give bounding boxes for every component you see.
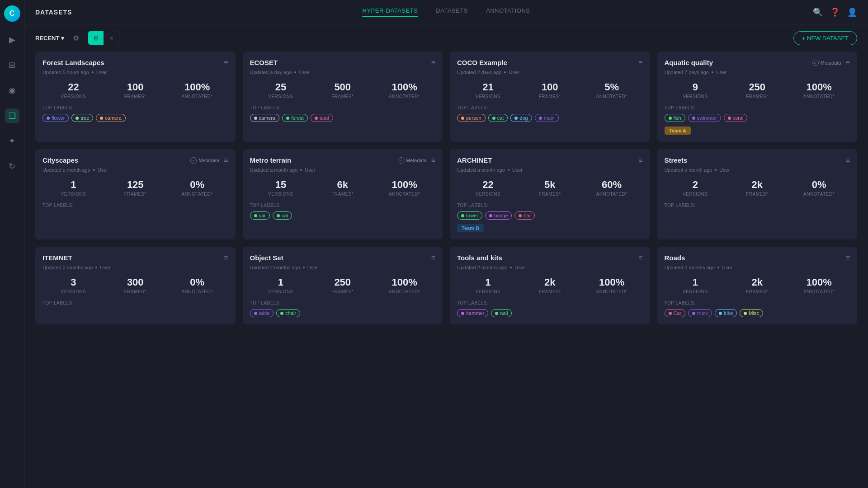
tab-datasets[interactable]: DATASETS	[436, 7, 468, 17]
label-name: car	[259, 213, 266, 218]
card-menu-button[interactable]: ≡	[431, 254, 435, 262]
card-user: User	[514, 265, 525, 270]
card-menu-button[interactable]: ≡	[846, 156, 850, 164]
card-title: Roads	[665, 254, 685, 262]
label-tag: bar	[514, 211, 535, 220]
help-icon[interactable]: ❓	[830, 7, 840, 17]
versions-label: VERSIONS	[42, 94, 104, 99]
frames-label: FRAMES*	[311, 94, 373, 99]
list-view-button[interactable]: ≡	[104, 31, 119, 45]
card-annotated: 100% ANNOTATED*	[581, 277, 643, 294]
sidebar-icon-grid[interactable]: ⊞	[5, 58, 19, 72]
meta-dot	[300, 169, 302, 171]
user-avatar[interactable]: 👤	[847, 7, 857, 17]
card-menu-button[interactable]: ≡	[846, 59, 850, 67]
metadata-badge: ✓Metadata	[812, 60, 841, 66]
card-header: ITEMNET ≡	[42, 254, 228, 262]
label-dot	[492, 117, 495, 120]
card-versions: 22 VERSIONS	[42, 81, 104, 99]
label-dot	[669, 117, 672, 120]
label-dot	[519, 214, 522, 217]
filter-button[interactable]: ⚙	[70, 32, 82, 44]
team-tag: Team A	[665, 127, 691, 135]
card-annotated: 5% ANNOTATED*	[581, 81, 643, 99]
card-labels: Car truck bike Misc	[665, 309, 850, 317]
dataset-card-object-set[interactable]: Object Set ≡ Updated 2 months ago User 1…	[243, 247, 443, 324]
dataset-card-roads[interactable]: Roads ≡ Updated 2 months ago User 1 VERS…	[657, 247, 858, 324]
label-dot	[461, 312, 464, 315]
versions-label: VERSIONS	[42, 289, 104, 294]
grid-view-button[interactable]: ⊞	[88, 31, 104, 45]
card-menu-button[interactable]: ≡	[431, 156, 435, 164]
dataset-card-itemnet[interactable]: ITEMNET ≡ Updated 2 months ago User 3 VE…	[35, 247, 236, 324]
label-name: hammer	[466, 310, 484, 316]
tab-annotations[interactable]: ANNOTATIONS	[486, 7, 530, 17]
card-meta: Updated 5 hours ago User	[42, 70, 228, 75]
annotated-value: 0%	[788, 179, 850, 191]
card-stats: 1 VERSIONS 2k FRAMES* 100% ANNOTATED*	[457, 277, 643, 294]
dataset-card-ecoset[interactable]: ECOSET ≡ Updated a day ago User 25 VERSI…	[243, 52, 443, 142]
label-name: cat	[282, 213, 288, 218]
card-title: Streets	[665, 156, 688, 164]
sidebar-icon-refresh[interactable]: ↻	[5, 159, 19, 174]
top-labels-header: TOP LABELS:	[665, 105, 850, 110]
card-menu-button[interactable]: ≡	[638, 156, 642, 164]
card-frames: 300 FRAMES*	[104, 277, 166, 294]
label-name: cat	[497, 115, 504, 121]
card-meta: Updated a month ago User	[250, 167, 436, 173]
dataset-card-coco-example[interactable]: COCO Example ≡ Updated 2 days ago User 2…	[450, 52, 650, 142]
dataset-card-tools-and-kits[interactable]: Tools and kits ≡ Updated 2 months ago Us…	[450, 247, 650, 324]
dataset-card-aquatic-quality[interactable]: Aquatic quality ✓Metadata ≡ Updated 7 da…	[657, 52, 858, 142]
card-menu-button[interactable]: ≡	[224, 156, 228, 164]
annotated-value: 100%	[166, 81, 228, 93]
label-dot	[539, 117, 542, 120]
card-stats: 15 VERSIONS 6k FRAMES* 100% ANNOTATED*	[250, 179, 436, 197]
label-dot	[47, 117, 50, 120]
label-dot	[254, 117, 257, 120]
card-menu-button[interactable]: ≡	[224, 254, 228, 262]
card-menu-button[interactable]: ≡	[431, 59, 435, 67]
new-dataset-button[interactable]: + NEW DATASET	[793, 31, 857, 45]
card-versions: 1 VERSIONS	[457, 277, 519, 294]
sidebar-icon-layers[interactable]: ❑	[5, 108, 19, 123]
recent-dropdown[interactable]: RECENT ▾	[35, 35, 64, 42]
card-menu-button[interactable]: ≡	[638, 59, 642, 67]
label-name: camera	[105, 115, 122, 121]
card-menu-button[interactable]: ≡	[224, 59, 228, 67]
card-meta: Updated 2 days ago User	[457, 70, 643, 75]
card-stats: 1 VERSIONS 250 FRAMES* 100% ANNOTATED*	[250, 277, 436, 294]
sidebar-icon-puzzle[interactable]: ✦	[5, 134, 19, 148]
top-labels-header: TOP LABELS:	[457, 203, 643, 208]
frames-value: 2k	[726, 277, 788, 288]
card-header: Cityscapes ✓Metadata ≡	[42, 156, 228, 164]
card-stats: 2 VERSIONS 2k FRAMES* 0% ANNOTATED*	[665, 179, 850, 197]
label-name: tree	[80, 115, 89, 121]
sidebar-icon-circle[interactable]: ◉	[5, 83, 19, 98]
dataset-card-streets[interactable]: Streets ≡ Updated a month ago User 2 VER…	[657, 149, 858, 239]
card-title: Aquatic quality	[665, 59, 713, 66]
card-labels: car cat	[250, 211, 436, 220]
search-icon[interactable]: 🔍	[813, 7, 823, 17]
label-name: tower	[466, 213, 478, 218]
tab-hyper-datasets[interactable]: HYPER-DATASETS	[363, 7, 418, 17]
app-logo[interactable]: C	[4, 5, 20, 22]
label-tag: cat	[273, 211, 292, 220]
card-header: Aquatic quality ✓Metadata ≡	[665, 59, 850, 67]
card-annotated: 100% ANNOTATED*	[166, 81, 228, 99]
versions-value: 3	[42, 277, 104, 288]
dataset-card-cityscapes[interactable]: Cityscapes ✓Metadata ≡ Updated a month a…	[35, 149, 236, 239]
dataset-card-metro-terrain[interactable]: Metro terrain ✓Metadata ≡ Updated a mont…	[243, 149, 443, 239]
card-updated: Updated 2 months ago	[250, 265, 300, 270]
card-header: Roads ≡	[665, 254, 850, 262]
card-menu-button[interactable]: ≡	[638, 254, 642, 262]
card-meta: Updated a day ago User	[250, 70, 436, 75]
dataset-card-archinet[interactable]: ARCHINET ≡ Updated a month ago User 22 V…	[450, 149, 650, 239]
card-menu-button[interactable]: ≡	[846, 254, 850, 262]
label-dot	[277, 214, 280, 217]
top-labels-header: TOP LABELS:	[457, 300, 643, 305]
card-updated: Updated 7 days ago	[665, 70, 709, 75]
sidebar-icon-play[interactable]: ▶	[5, 33, 19, 47]
dataset-card-forest-landscapes[interactable]: Forest Landscapes ≡ Updated 5 hours ago …	[35, 52, 236, 142]
card-updated: Updated a month ago	[250, 167, 298, 173]
card-meta: Updated 2 months ago User	[250, 265, 436, 270]
